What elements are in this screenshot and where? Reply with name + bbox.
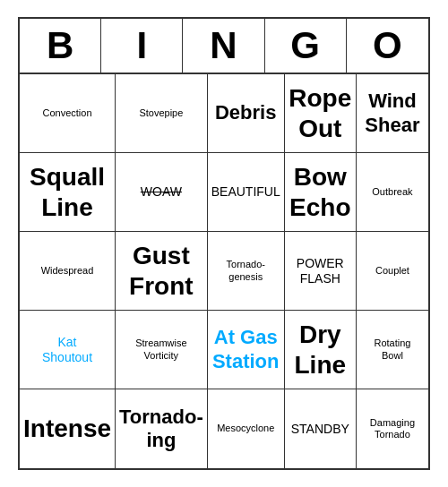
bingo-cell: BEAUTIFUL [208, 153, 285, 232]
bingo-cell: Debris [208, 74, 285, 153]
bingo-cell: RotatingBowl [357, 311, 428, 389]
bingo-cell: At GasStation [208, 311, 285, 389]
bingo-cell: Stovepipe [116, 74, 208, 153]
bingo-cell: Couplet [357, 232, 428, 311]
bingo-cell: DryLine [285, 311, 357, 389]
header-letter: B [20, 19, 101, 73]
header-letter: O [347, 19, 428, 73]
bingo-cell: WOAW [116, 153, 208, 232]
bingo-cell: STANDBY [285, 389, 357, 468]
bingo-grid: ConvectionStovepipeDebrisRopeOutWindShea… [20, 74, 428, 468]
bingo-cell: BowEcho [285, 153, 357, 232]
bingo-cell: KatShoutout [20, 311, 116, 389]
bingo-cell: Intense [20, 389, 116, 468]
bingo-cell: DamagingTornado [357, 389, 428, 468]
bingo-cell: GustFront [116, 232, 208, 311]
bingo-cell: StreamwiseVorticity [116, 311, 208, 389]
bingo-cell: Tornado-ing [116, 389, 208, 468]
header-letter: N [183, 19, 264, 73]
bingo-cell: Mesocyclone [208, 389, 285, 468]
bingo-header: BINGO [20, 19, 428, 74]
bingo-cell: WindShear [357, 74, 428, 153]
bingo-cell: POWERFLASH [285, 232, 357, 311]
bingo-card: BINGO ConvectionStovepipeDebrisRopeOutWi… [18, 17, 430, 470]
bingo-cell: RopeOut [285, 74, 357, 153]
header-letter: G [265, 19, 347, 73]
bingo-cell: Tornado-genesis [208, 232, 285, 311]
bingo-cell: Convection [20, 74, 116, 153]
bingo-cell: SquallLine [20, 153, 116, 232]
bingo-cell: Widespread [20, 232, 116, 311]
bingo-cell: Outbreak [357, 153, 428, 232]
header-letter: I [101, 19, 183, 73]
